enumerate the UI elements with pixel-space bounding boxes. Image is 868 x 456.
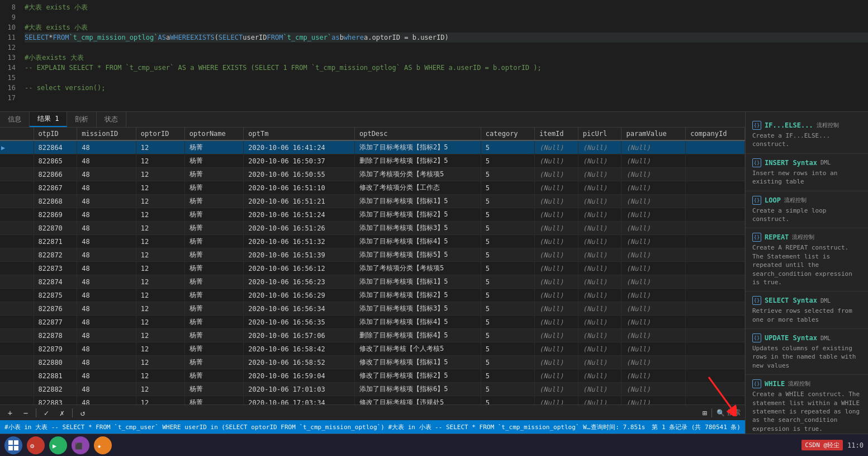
table-cell: 2020-10-06 17:01:03 <box>244 383 355 396</box>
table-cell: (Null) <box>622 208 686 222</box>
toolbar-separator <box>36 408 36 417</box>
table-row[interactable]: 8228744812杨菁2020-10-06 16:56:23添加了目标考核项【… <box>0 275 745 289</box>
table-row[interactable]: 8228684812杨菁2020-10-06 16:51:21添加了目标考核项【… <box>0 195 745 208</box>
table-cell: (Null) <box>622 235 686 248</box>
table-row[interactable]: 8228704812杨菁2020-10-06 16:51:26添加了目标考核项【… <box>0 222 745 235</box>
col-header-8: itemId <box>535 128 578 140</box>
table-cell <box>0 168 34 181</box>
grid-icon[interactable]: ⊞ <box>703 408 707 417</box>
table-row[interactable]: 8228794812杨菁2020-10-06 16:58:42修改了目标考核【个… <box>0 342 745 356</box>
taskbar-green-icon[interactable]: ▶ <box>49 436 67 454</box>
code-content[interactable]: #大表 exists 小表 #大表 exists 小表SELECT * FROM… <box>20 2 868 109</box>
table-cell: 5 <box>481 383 534 396</box>
taskbar-purple-icon[interactable]: ⬛ <box>72 436 89 454</box>
table-cell: (Null) <box>578 329 622 342</box>
table-cell: 48 <box>77 369 136 383</box>
bottom-toolbar: + − ✓ ✗ ↺ ⊞ 🔍 搜索 <box>0 405 745 420</box>
table-cell: (Null) <box>535 396 578 405</box>
search-area[interactable]: 🔍 搜索 <box>717 408 741 417</box>
tab-profile[interactable]: 剖析 <box>67 112 97 127</box>
snippet-item[interactable]: {}IF...ELSE...流程控制Create a IF...ELSE... … <box>746 116 868 154</box>
remove-row-button[interactable]: − <box>20 407 31 419</box>
snippet-item[interactable]: {}LOOP流程控制Create a simple loop construct… <box>746 191 868 229</box>
taskbar-app-icon[interactable]: ⚙ <box>27 436 45 454</box>
table-cell: (Null) <box>622 369 686 383</box>
table-cell <box>0 342 34 356</box>
table-cell: 添加了目标考核项【指标5】5 <box>354 248 481 262</box>
table-row[interactable]: 8228754812杨菁2020-10-06 16:56:29添加了目标考核项【… <box>0 289 745 302</box>
snippet-item[interactable]: {}REPEAT流程控制Create A REPEAT construct. T… <box>746 228 868 292</box>
results-container[interactable]: otpIDmissionIDoptorIDoptorNameoptTmoptDe… <box>0 128 745 405</box>
code-editor[interactable]: 891011121314151617 #大表 exists 小表 #大表 exi… <box>0 0 868 112</box>
table-cell: 添加了目标考核项【指标2】5 <box>354 289 481 302</box>
table-row[interactable]: 8228664812杨菁2020-10-06 16:50:55添加了考核项分类【… <box>0 168 745 181</box>
table-row[interactable]: 8228714812杨菁2020-10-06 16:51:32添加了目标考核项【… <box>0 235 745 248</box>
table-cell: 48 <box>77 208 136 222</box>
table-cell: 5 <box>481 154 534 168</box>
table-cell <box>686 168 745 181</box>
table-cell: 5 <box>481 140 534 154</box>
table-cell <box>686 140 745 154</box>
col-header-10: paramValue <box>622 128 686 140</box>
table-cell: 5 <box>481 181 534 195</box>
table-cell: 添加了考核项分类【考核项5 <box>354 262 481 275</box>
search-icon: 🔍 <box>717 409 725 417</box>
table-cell: (Null) <box>578 168 622 181</box>
table-row[interactable]: 8228764812杨菁2020-10-06 16:56:34添加了目标考核项【… <box>0 302 745 316</box>
table-row[interactable]: 8228824812杨菁2020-10-06 17:01:03添加了目标考核项【… <box>0 383 745 396</box>
table-cell: 5 <box>481 195 534 208</box>
table-cell: 添加了目标考核项【指标1】5 <box>354 275 481 289</box>
table-row[interactable]: 8228674812杨菁2020-10-06 16:51:10修改了考核项分类【… <box>0 181 745 195</box>
table-row[interactable]: 8228834812杨菁2020-10-06 17:03:34修改了目标考核项【… <box>0 396 745 405</box>
table-cell: (Null) <box>578 154 622 168</box>
table-cell: 12 <box>136 222 184 235</box>
col-header-3: optorID <box>136 128 184 140</box>
table-cell <box>686 262 745 275</box>
table-cell: 2020-10-06 16:56:23 <box>244 275 355 289</box>
taskbar-orange-icon[interactable]: ★ <box>94 436 112 454</box>
tab-results[interactable]: 结果 1 <box>30 112 67 127</box>
col-header-9: picUrl <box>578 128 622 140</box>
table-row[interactable]: 8228784812杨菁2020-10-06 16:57:06删除了目标考核项【… <box>0 329 745 342</box>
right-sidebar: {}IF...ELSE...流程控制Create a IF...ELSE... … <box>745 112 868 434</box>
table-row[interactable]: 8228804812杨菁2020-10-06 16:58:52修改了目标考核项【… <box>0 356 745 369</box>
table-cell: (Null) <box>578 369 622 383</box>
table-cell <box>0 369 34 383</box>
apply-button[interactable]: ✓ <box>41 407 52 419</box>
table-cell: 5 <box>481 262 534 275</box>
snippet-item[interactable]: {}WHILE流程控制Create a WHILE construct. The… <box>746 375 868 434</box>
tab-status[interactable]: 状态 <box>97 112 126 127</box>
table-row[interactable]: 8228774812杨菁2020-10-06 16:56:35添加了目标考核项【… <box>0 316 745 329</box>
table-cell: 2020-10-06 16:50:37 <box>244 154 355 168</box>
table-cell: (Null) <box>578 289 622 302</box>
table-cell: 822865 <box>34 154 77 168</box>
snippet-item[interactable]: {}UPDATE SyntaxDMLUpdates columns of exi… <box>746 329 868 375</box>
table-row[interactable]: 8228734812杨菁2020-10-06 16:56:12添加了考核项分类【… <box>0 262 745 275</box>
table-cell: 杨菁 <box>184 356 244 369</box>
tab-info[interactable]: 信息 <box>0 112 30 127</box>
table-row[interactable]: 8228694812杨菁2020-10-06 16:51:24添加了目标考核项【… <box>0 208 745 222</box>
snippet-name: LOOP <box>765 196 781 204</box>
discard-button[interactable]: ✗ <box>56 407 68 419</box>
snippet-item[interactable]: {}SELECT SyntaxDMLRetrieve rows selected… <box>746 292 868 329</box>
table-cell: 2020-10-06 16:41:24 <box>244 140 355 154</box>
table-cell: 12 <box>136 383 184 396</box>
table-cell: (Null) <box>535 302 578 316</box>
taskbar-windows-icon[interactable] <box>4 436 22 454</box>
table-cell: 2020-10-06 16:57:06 <box>244 329 355 342</box>
table-row[interactable]: 8228724812杨菁2020-10-06 16:51:39添加了目标考核项【… <box>0 248 745 262</box>
refresh-button[interactable]: ↺ <box>77 407 88 419</box>
svg-rect-2 <box>8 446 13 450</box>
table-row[interactable]: ▶8228644812杨菁2020-10-06 16:41:24添加了目标考核项… <box>0 140 745 154</box>
table-cell: (Null) <box>622 222 686 235</box>
table-cell: 5 <box>481 302 534 316</box>
add-row-button[interactable]: + <box>4 407 16 419</box>
table-cell <box>0 262 34 275</box>
taskbar-clock: 11:0 <box>847 441 864 449</box>
table-row[interactable]: 8228814812杨菁2020-10-06 16:59:04修改了目标考核项【… <box>0 369 745 383</box>
table-cell: 5 <box>481 168 534 181</box>
table-cell: 12 <box>136 181 184 195</box>
table-cell: (Null) <box>622 396 686 405</box>
table-row[interactable]: 8228654812杨菁2020-10-06 16:50:37删除了目标考核项【… <box>0 154 745 168</box>
snippet-item[interactable]: {}INSERT SyntaxDMLInsert new rows into a… <box>746 154 868 191</box>
